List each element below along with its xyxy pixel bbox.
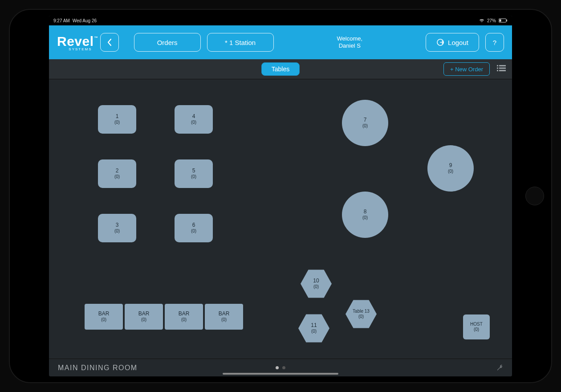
table-subcount: (0) xyxy=(101,317,106,323)
table-1[interactable]: 1 (0) xyxy=(98,105,136,134)
table-number: 11 xyxy=(311,322,317,329)
table-number: 9 xyxy=(449,162,452,169)
table-9[interactable]: 9 (0) xyxy=(427,145,474,192)
ipad-home-button[interactable] xyxy=(525,187,544,205)
table-8[interactable]: 8 (0) xyxy=(342,192,388,238)
svg-rect-9 xyxy=(499,70,506,71)
tables-tab-label: Tables xyxy=(272,65,289,73)
help-button[interactable]: ? xyxy=(485,33,504,52)
status-date: Wed Aug 26 xyxy=(73,18,97,23)
table-7[interactable]: 7 (0) xyxy=(342,100,388,146)
battery-icon xyxy=(499,18,508,23)
new-order-label: + New Order xyxy=(450,66,483,73)
bar-seat-4[interactable]: BAR (0) xyxy=(205,304,243,330)
table-subcount: (0) xyxy=(362,215,368,221)
table-subcount: (0) xyxy=(181,317,187,323)
footer-bar: MAIN DINING ROOM xyxy=(49,359,512,376)
screen: 9:27 AM Wed Aug 26 27% Revel™ SYSTEMS xyxy=(49,16,512,376)
table-subcount: (0) xyxy=(362,123,368,129)
table-11[interactable]: 11 (0) xyxy=(298,313,329,344)
table-subcount: (0) xyxy=(141,317,146,323)
table-2[interactable]: 2 (0) xyxy=(98,159,136,188)
wifi-icon xyxy=(479,18,484,23)
table-number: 8 xyxy=(364,208,367,215)
bar-seat-2[interactable]: BAR (0) xyxy=(125,304,163,330)
bar-seat-1[interactable]: BAR (0) xyxy=(85,304,123,330)
table-number: Table 13 xyxy=(353,309,370,314)
table-number: 10 xyxy=(313,278,319,284)
table-subcount: (0) xyxy=(313,284,319,290)
welcome-line1: Welcome, xyxy=(337,35,363,42)
page-indicator[interactable] xyxy=(276,366,285,369)
chevron-left-icon xyxy=(107,38,112,46)
table-13[interactable]: Table 13 (0) xyxy=(346,298,377,330)
station-label: * 1 Station xyxy=(225,39,256,46)
logout-button[interactable]: Logout xyxy=(426,33,479,52)
table-number: 4 xyxy=(192,113,195,120)
table-subcount: (0) xyxy=(114,120,120,126)
svg-rect-5 xyxy=(499,65,506,66)
table-number: 5 xyxy=(192,167,195,174)
svg-rect-6 xyxy=(497,68,498,69)
welcome-line2: Daniel S xyxy=(337,42,363,49)
table-subcount: (0) xyxy=(114,229,120,234)
table-number: 2 xyxy=(116,167,119,174)
host-station[interactable]: HOST (0) xyxy=(463,314,490,339)
bar-seat-3[interactable]: BAR (0) xyxy=(165,304,203,330)
svg-rect-4 xyxy=(497,65,498,66)
table-subcount: (0) xyxy=(448,169,453,175)
svg-rect-8 xyxy=(497,70,498,71)
table-number: BAR xyxy=(179,310,190,317)
table-number: 7 xyxy=(364,117,367,123)
table-5[interactable]: 5 (0) xyxy=(175,159,213,188)
status-battery-pct: 27% xyxy=(487,18,496,23)
logout-icon xyxy=(436,38,444,46)
table-6[interactable]: 6 (0) xyxy=(175,214,213,242)
help-label: ? xyxy=(493,39,496,46)
table-number: 1 xyxy=(116,113,119,120)
room-name: MAIN DINING ROOM xyxy=(58,364,138,372)
ios-home-indicator[interactable] xyxy=(223,373,338,375)
svg-rect-7 xyxy=(499,68,506,69)
table-number: BAR xyxy=(138,310,150,317)
page-dot-2[interactable] xyxy=(282,366,285,369)
station-button[interactable]: * 1 Station xyxy=(207,33,274,52)
svg-rect-2 xyxy=(507,20,508,21)
brand-text: Revel xyxy=(57,34,94,49)
orders-button[interactable]: Orders xyxy=(134,33,201,52)
table-subcount: (0) xyxy=(191,174,196,180)
table-subcount: (0) xyxy=(474,327,479,333)
logout-label: Logout xyxy=(448,39,468,46)
ipad-frame: 9:27 AM Wed Aug 26 27% Revel™ SYSTEMS xyxy=(9,9,552,383)
tables-tab[interactable]: Tables xyxy=(261,62,300,76)
table-subcount: (0) xyxy=(358,314,364,320)
page-dot-1[interactable] xyxy=(276,366,279,369)
table-subcount: (0) xyxy=(114,174,120,180)
table-10[interactable]: 10 (0) xyxy=(301,268,332,299)
table-subcount: (0) xyxy=(191,229,196,234)
app-header: Revel™ SYSTEMS Orders * 1 Station Welcom… xyxy=(49,25,512,59)
table-subcount: (0) xyxy=(311,329,317,335)
settings-wrench-icon[interactable] xyxy=(496,364,504,372)
table-subcount: (0) xyxy=(221,317,227,323)
table-subcount: (0) xyxy=(191,120,196,126)
list-view-icon[interactable] xyxy=(497,65,506,72)
status-time: 9:27 AM xyxy=(53,18,70,23)
table-number: HOST xyxy=(470,322,483,327)
table-number: BAR xyxy=(98,310,110,317)
welcome-text: Welcome, Daniel S xyxy=(337,35,363,49)
svg-rect-1 xyxy=(500,20,501,22)
table-3[interactable]: 3 (0) xyxy=(98,214,136,242)
table-4[interactable]: 4 (0) xyxy=(175,105,213,134)
table-number: 6 xyxy=(192,222,195,229)
brand-logo: Revel™ SYSTEMS xyxy=(57,34,94,51)
toolbar: Tables + New Order xyxy=(49,59,512,79)
table-number: BAR xyxy=(219,310,230,317)
new-order-button[interactable]: + New Order xyxy=(443,62,490,76)
table-number: 3 xyxy=(116,222,119,229)
back-button[interactable] xyxy=(100,33,119,52)
ios-status-bar: 9:27 AM Wed Aug 26 27% xyxy=(49,16,512,25)
floor-plan[interactable]: 1 (0) 2 (0) 3 (0) 4 (0) 5 (0) 6 (0 xyxy=(49,79,512,359)
orders-label: Orders xyxy=(157,39,178,46)
